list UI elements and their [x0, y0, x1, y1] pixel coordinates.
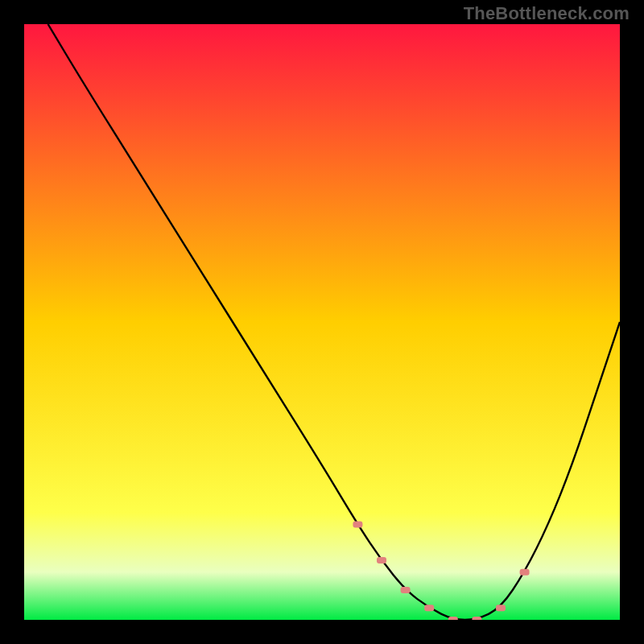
valley-marker — [496, 605, 506, 611]
gradient-background — [24, 24, 620, 620]
watermark-text: TheBottleneck.com — [464, 3, 630, 24]
valley-marker — [448, 617, 458, 620]
bottleneck-chart — [24, 24, 620, 620]
plot-area — [24, 24, 620, 620]
valley-marker — [472, 617, 481, 620]
valley-marker — [520, 569, 530, 576]
valley-marker — [424, 605, 434, 611]
valley-marker — [353, 522, 362, 528]
chart-frame: TheBottleneck.com — [0, 0, 644, 644]
valley-marker — [401, 587, 411, 593]
valley-marker — [377, 557, 386, 564]
